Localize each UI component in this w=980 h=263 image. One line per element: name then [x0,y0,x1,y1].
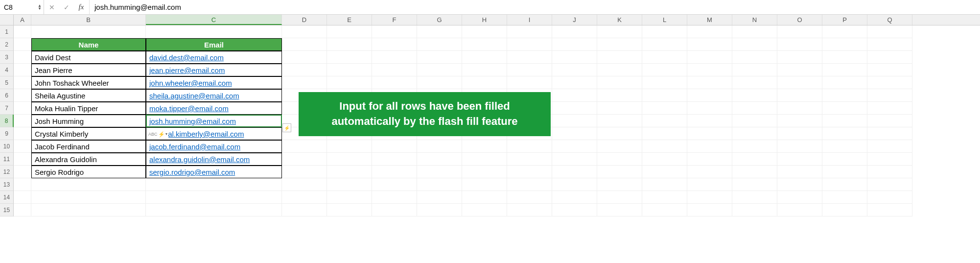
cell-K9[interactable] [597,127,642,140]
cell-L1[interactable] [642,25,687,38]
cell-G3[interactable] [417,51,462,64]
cell-L14[interactable] [642,191,687,204]
cell-H1[interactable] [462,25,507,38]
column-header-A[interactable]: A [14,15,31,25]
email-link[interactable]: alexandra.guidolin@email.com [149,155,250,164]
cell-H14[interactable] [462,191,507,204]
cell-E5[interactable] [327,76,372,89]
cell-A5[interactable] [14,76,31,89]
cell-E14[interactable] [327,191,372,204]
cell-F1[interactable] [372,25,417,38]
column-header-Q[interactable]: Q [867,15,912,25]
cell-E4[interactable] [327,64,372,76]
cell-J13[interactable] [552,178,597,191]
column-header-E[interactable]: E [327,15,372,25]
cell-Q7[interactable] [867,102,912,115]
cell-C4[interactable]: jean.pierre@email.com [146,64,282,76]
cell-F13[interactable] [372,178,417,191]
cell-P2[interactable] [822,38,867,51]
name-box[interactable]: C8 ▲ ▼ [0,0,44,14]
cell-E12[interactable] [327,166,372,178]
cell-A1[interactable] [14,25,31,38]
cell-K6[interactable] [597,89,642,102]
formula-input[interactable]: josh.humming@email.com [89,0,980,14]
cell-I10[interactable] [507,140,552,153]
cell-M5[interactable] [687,76,732,89]
cell-A6[interactable] [14,89,31,102]
cell-B9[interactable]: Crystal Kimberly [31,127,146,140]
column-header-G[interactable]: G [417,15,462,25]
cell-J11[interactable] [552,153,597,166]
cell-B15[interactable] [31,204,146,216]
cell-L9[interactable] [642,127,687,140]
column-header-B[interactable]: B [31,15,146,25]
cell-M15[interactable] [687,204,732,216]
cell-P1[interactable] [822,25,867,38]
cell-Q12[interactable] [867,166,912,178]
cell-Q5[interactable] [867,76,912,89]
cell-N9[interactable] [732,127,777,140]
cell-C2[interactable]: Email [146,38,282,51]
cell-F11[interactable] [372,153,417,166]
cell-B11[interactable]: Alexandra Guidolin [31,153,146,166]
cell-A3[interactable] [14,51,31,64]
cell-A15[interactable] [14,204,31,216]
cell-F15[interactable] [372,204,417,216]
cell-O2[interactable] [777,38,822,51]
cell-Q13[interactable] [867,178,912,191]
cell-Q8[interactable] [867,115,912,127]
cell-O6[interactable] [777,89,822,102]
cell-C6[interactable]: sheila.agustine@email.com [146,89,282,102]
cell-L8[interactable] [642,115,687,127]
cell-D12[interactable] [282,166,327,178]
cell-N15[interactable] [732,204,777,216]
row-header-12[interactable]: 12 [0,166,14,178]
cell-J15[interactable] [552,204,597,216]
cell-B4[interactable]: Jean Pierre [31,64,146,76]
cell-Q6[interactable] [867,89,912,102]
cell-O9[interactable] [777,127,822,140]
cell-M2[interactable] [687,38,732,51]
cell-Q4[interactable] [867,64,912,76]
cell-O4[interactable] [777,64,822,76]
cell-H4[interactable] [462,64,507,76]
cell-O7[interactable] [777,102,822,115]
cell-L11[interactable] [642,153,687,166]
cell-M4[interactable] [687,64,732,76]
cell-O5[interactable] [777,76,822,89]
cell-D1[interactable] [282,25,327,38]
cancel-icon[interactable]: ✕ [48,3,56,11]
quick-analysis-icon[interactable]: ⚡ [282,123,291,132]
cell-P8[interactable] [822,115,867,127]
row-header-8[interactable]: 8 [0,115,14,127]
cell-N14[interactable] [732,191,777,204]
cell-K8[interactable] [597,115,642,127]
cell-J6[interactable] [552,89,597,102]
cell-H3[interactable] [462,51,507,64]
cell-B6[interactable]: Sheila Agustine [31,89,146,102]
email-link[interactable]: moka.tipper@email.com [149,104,229,113]
row-header-15[interactable]: 15 [0,204,14,216]
cell-Q11[interactable] [867,153,912,166]
cell-C14[interactable] [146,191,282,204]
cell-K5[interactable] [597,76,642,89]
cell-E13[interactable] [327,178,372,191]
cell-A4[interactable] [14,64,31,76]
cell-F12[interactable] [372,166,417,178]
cell-B12[interactable]: Sergio Rodrigo [31,166,146,178]
cell-B7[interactable]: Moka Hualin Tipper [31,102,146,115]
cell-O8[interactable] [777,115,822,127]
row-header-5[interactable]: 5 [0,76,14,89]
cell-P12[interactable] [822,166,867,178]
cell-C10[interactable]: jacob.ferdinand@email.com [146,140,282,153]
row-header-1[interactable]: 1 [0,25,14,38]
cell-A10[interactable] [14,140,31,153]
cell-M7[interactable] [687,102,732,115]
cell-F2[interactable] [372,38,417,51]
cell-M12[interactable] [687,166,732,178]
cell-N10[interactable] [732,140,777,153]
cell-K3[interactable] [597,51,642,64]
cell-A11[interactable] [14,153,31,166]
column-header-J[interactable]: J [552,15,597,25]
cell-N6[interactable] [732,89,777,102]
